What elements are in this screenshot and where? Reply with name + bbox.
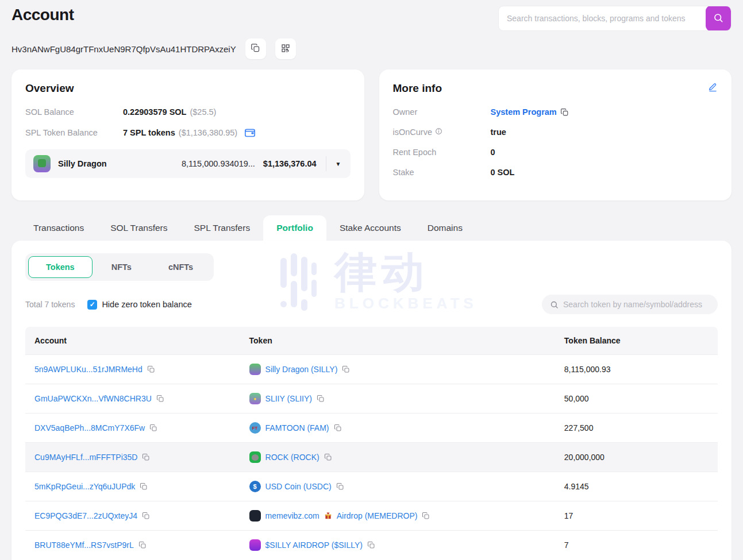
- table-row: GmUaPWCKXn...VfWN8CHR3U ● SLIIY (SLIIY) …: [25, 384, 718, 413]
- token-link[interactable]: $SILLY AIRDROP ($SILLY): [265, 540, 363, 550]
- silly-dragon-token-icon: [33, 155, 51, 172]
- copy-icon[interactable]: [336, 482, 344, 491]
- page-title: Account: [11, 5, 74, 24]
- edit-button[interactable]: [708, 82, 718, 94]
- copy-icon[interactable]: [156, 395, 164, 403]
- more-info-title: More info: [393, 82, 718, 95]
- copy-icon[interactable]: [147, 365, 155, 373]
- ssilly-token-icon: [249, 539, 261, 551]
- token-balance: 20,000,000: [555, 444, 718, 470]
- tab-spl-transfers[interactable]: SPL Transfers: [181, 215, 264, 241]
- copy-icon[interactable]: [560, 108, 569, 117]
- checkbox-checked-icon[interactable]: ✓: [87, 300, 97, 310]
- top-token-name: Silly Dragon: [58, 159, 107, 168]
- famtoon-token-icon: FT: [249, 422, 261, 434]
- copy-icon[interactable]: [342, 365, 350, 373]
- token-balance: 7: [555, 532, 718, 558]
- token-link[interactable]: SLIIY (SLIIY): [265, 394, 312, 403]
- isoncurve-row: isOnCurve true: [393, 128, 718, 137]
- copy-icon[interactable]: [367, 541, 375, 549]
- token-link[interactable]: memevibz.com: [265, 511, 319, 520]
- tab-sol-transfers[interactable]: SOL Transfers: [97, 215, 180, 241]
- chevron-down-icon[interactable]: ▼: [336, 161, 341, 167]
- token-balance: 50,000: [555, 385, 718, 412]
- token-balance: 227,500: [555, 415, 718, 441]
- copy-icon[interactable]: [422, 512, 430, 520]
- more-info-card: More info Owner System Program isOnCurve: [379, 69, 732, 200]
- token-link[interactable]: ROCK (ROCK): [265, 453, 319, 462]
- subtab-tokens[interactable]: Tokens: [28, 256, 93, 278]
- copy-icon[interactable]: [142, 453, 150, 461]
- top-token-dropdown[interactable]: Silly Dragon 8,115,000.934019... $1,136,…: [25, 149, 351, 178]
- subtab-nfts[interactable]: NFTs: [94, 256, 149, 278]
- spl-balance-usd: ($1,136,380.95): [179, 128, 237, 137]
- table-row: 5mKpRpGeui...zYq6uJUPdk $ USD Coin (USDC…: [25, 472, 718, 501]
- search-icon: [550, 300, 559, 309]
- info-icon[interactable]: [435, 128, 442, 137]
- copy-icon: [251, 43, 260, 55]
- tab-transactions[interactable]: Transactions: [20, 215, 97, 241]
- account-link[interactable]: DXV5aqBePh...8MCmY7X6Fw: [34, 423, 145, 432]
- col-account: Account: [25, 327, 240, 354]
- token-balance: 8,115,000.93: [555, 356, 718, 383]
- usdc-token-icon: $: [249, 481, 261, 492]
- sol-balance-value: 0.22903579 SOL: [123, 107, 186, 117]
- qr-code-button[interactable]: [275, 38, 296, 59]
- token-search-input[interactable]: [563, 300, 710, 309]
- sliiy-token-icon: ●: [249, 393, 261, 404]
- token-link[interactable]: Silly Dragon (SILLY): [265, 365, 338, 374]
- copy-icon[interactable]: [142, 512, 150, 520]
- copy-icon[interactable]: [138, 541, 147, 549]
- copy-icon[interactable]: [149, 424, 157, 432]
- account-link[interactable]: 5n9AWPLUKu...51rJMRMeHd: [34, 365, 143, 374]
- token-balance: 17: [555, 503, 718, 529]
- stake-row: Stake 0 SOL: [393, 168, 718, 177]
- copy-address-button[interactable]: [245, 38, 266, 59]
- owner-link[interactable]: System Program: [491, 107, 557, 117]
- tab-stake-accounts[interactable]: Stake Accounts: [326, 215, 414, 241]
- token-link[interactable]: FAMTOON (FAM): [265, 423, 329, 432]
- total-tokens-text: Total 7 tokens: [25, 300, 75, 309]
- top-token-amount: 8,115,000.934019...: [182, 159, 255, 168]
- isoncurve-value: true: [491, 128, 506, 137]
- table-row: BRUT88eYMf...RS7vstP9rL $SILLY AIRDROP (…: [25, 530, 718, 559]
- silly-dragon-token-icon: [249, 364, 261, 375]
- copy-icon[interactable]: [317, 395, 325, 403]
- filter-row: Total 7 tokens ✓ Hide zero token balance: [25, 295, 718, 314]
- portfolio-subtabs: Tokens NFTs cNFTs: [25, 253, 214, 281]
- header: Account: [11, 5, 732, 31]
- copy-icon[interactable]: [334, 424, 342, 432]
- qr-code-icon: [281, 44, 290, 55]
- global-search: [498, 6, 732, 31]
- wallet-icon[interactable]: [244, 128, 256, 138]
- tab-domains[interactable]: Domains: [414, 215, 476, 241]
- copy-icon[interactable]: [140, 482, 148, 491]
- token-link-suffix[interactable]: Airdrop (MEMEDROP): [337, 511, 418, 520]
- tab-portfolio[interactable]: Portfolio: [263, 215, 326, 241]
- account-link[interactable]: EC9PQG3dE7...2zUQxteyJ4: [34, 511, 137, 520]
- account-link[interactable]: 5mKpRpGeui...zYq6uJUPdk: [34, 482, 135, 491]
- account-address-row: Hv3nANwFgU84grTFnxUeN9R7QfpVsAu41HTDRPAx…: [11, 38, 732, 59]
- global-search-input[interactable]: [499, 14, 706, 23]
- spl-balance-label: SPL Token Balance: [25, 128, 123, 137]
- token-balance: 4.9145: [555, 473, 718, 500]
- col-token: Token: [240, 327, 555, 354]
- token-table: Account Token Token Balance 5n9AWPLUKu..…: [25, 327, 718, 559]
- account-link[interactable]: GmUaPWCKXn...VfWN8CHR3U: [34, 394, 152, 403]
- token-search: [542, 295, 718, 314]
- hide-zero-checkbox-wrap[interactable]: ✓ Hide zero token balance: [87, 300, 191, 310]
- token-link[interactable]: USD Coin (USDC): [265, 482, 332, 491]
- table-row: DXV5aqBePh...8MCmY7X6Fw FT FAMTOON (FAM)…: [25, 413, 718, 442]
- global-search-button[interactable]: [706, 6, 731, 31]
- portfolio-panel: 律动 BLOCKBEATS Tokens NFTs cNFTs Total 7 …: [11, 241, 732, 560]
- overview-title: Overview: [25, 82, 351, 95]
- overview-card: Overview SOL Balance 0.22903579 SOL ($25…: [11, 69, 364, 200]
- copy-icon[interactable]: [324, 453, 332, 461]
- top-token-usd: $1,136,376.04: [263, 159, 317, 168]
- account-link[interactable]: Cu9MAyHFLf...mFFFTPi35D: [34, 453, 137, 462]
- divider: [326, 156, 326, 171]
- account-address: Hv3nANwFgU84grTFnxUeN9R7QfpVsAu41HTDRPAx…: [11, 44, 236, 54]
- memedrop-token-icon: [249, 510, 261, 522]
- account-link[interactable]: BRUT88eYMf...RS7vstP9rL: [34, 540, 134, 550]
- subtab-cnfts[interactable]: cNFTs: [151, 256, 211, 278]
